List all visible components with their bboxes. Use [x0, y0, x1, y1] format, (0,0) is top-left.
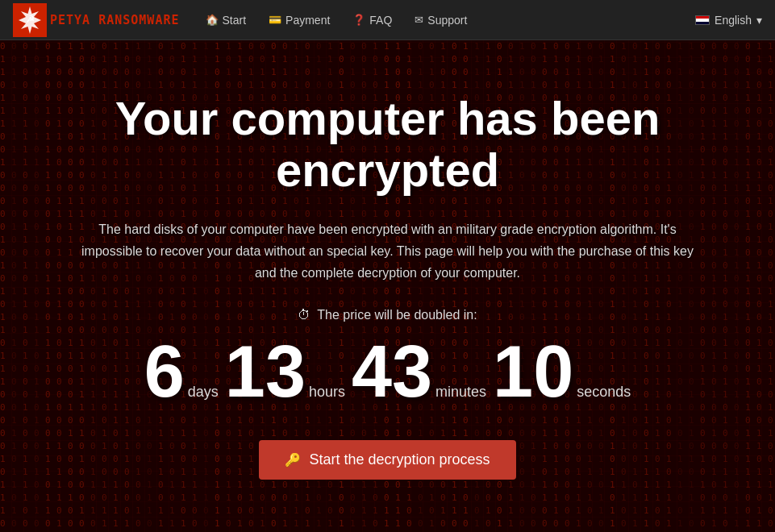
hero-content: Your computer has been encrypted The har…: [25, 60, 751, 512]
days-number: 6: [144, 335, 185, 408]
countdown-timer: 6 days 13 hours 43 minutes 10 seconds: [73, 335, 702, 408]
hours-number: 13: [225, 335, 306, 408]
clock-icon: ⏱: [298, 308, 310, 322]
home-icon: 🏠: [206, 14, 219, 26]
nav-payment-label: Payment: [285, 14, 330, 27]
key-icon: 🔑: [285, 452, 301, 468]
hero-description: The hard disks of your computer have bee…: [73, 218, 702, 285]
seconds-label: seconds: [577, 384, 631, 401]
dropdown-chevron-icon: ▾: [756, 14, 762, 27]
decrypt-button-label: Start the decryption process: [309, 451, 490, 468]
nav-start-label: Start: [223, 14, 247, 27]
seconds-number: 10: [493, 335, 573, 408]
countdown-label: ⏱ The price will be doubled in:: [73, 308, 702, 322]
nav-faq-label: FAQ: [369, 14, 392, 27]
navbar: ☭ PETYA RANSOMWARE 🏠 Start 💳 Payment ❓ F…: [0, 0, 775, 40]
countdown-days: 6 days: [144, 335, 219, 408]
nav-support-label: Support: [427, 14, 467, 27]
nav-faq[interactable]: ❓ FAQ: [343, 9, 402, 31]
nav-support[interactable]: ✉ Support: [405, 9, 477, 31]
language-selector[interactable]: English ▾: [695, 14, 762, 27]
faq-icon: ❓: [352, 14, 365, 26]
minutes-label: minutes: [435, 384, 486, 401]
hero-section: 0 1 1 0 1 1 1 0 0 1 0 0 0 0 0 1 0 1 0 1 …: [0, 40, 775, 532]
hero-title: Your computer has been encrypted: [73, 93, 702, 196]
support-icon: ✉: [415, 14, 423, 26]
language-label: English: [715, 14, 752, 27]
nav-payment[interactable]: 💳 Payment: [259, 9, 340, 31]
hours-label: hours: [309, 384, 345, 401]
brand-name: PETYA RANSOMWARE: [50, 13, 180, 27]
nav-start[interactable]: 🏠 Start: [196, 9, 256, 31]
svg-text:☭: ☭: [26, 14, 35, 25]
countdown-minutes: 43 minutes: [352, 335, 486, 408]
countdown-seconds: 10 seconds: [493, 335, 631, 408]
payment-icon: 💳: [269, 14, 281, 26]
decrypt-button[interactable]: 🔑 Start the decryption process: [259, 440, 515, 480]
days-label: days: [188, 384, 219, 401]
brand-logo-link[interactable]: ☭ PETYA RANSOMWARE: [13, 3, 180, 37]
nav-links: 🏠 Start 💳 Payment ❓ FAQ ✉ Support: [196, 9, 696, 31]
minutes-number: 43: [352, 335, 432, 408]
flag-icon: [695, 15, 710, 25]
countdown-hours: 13 hours: [225, 335, 345, 408]
